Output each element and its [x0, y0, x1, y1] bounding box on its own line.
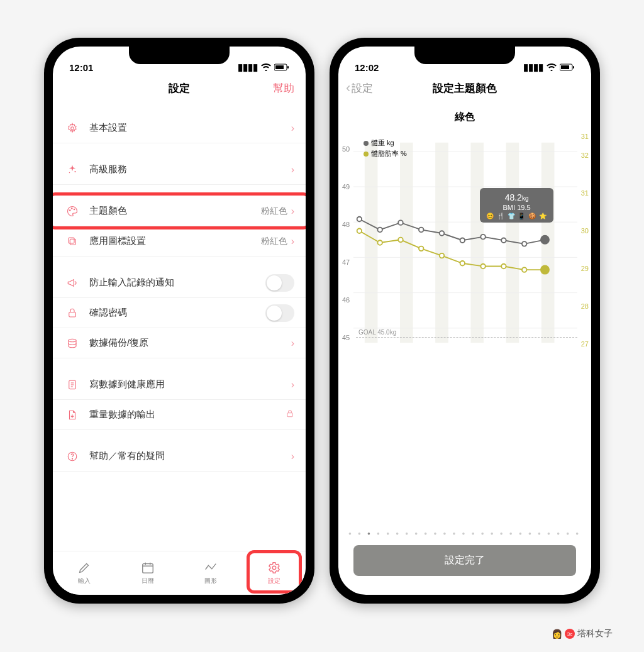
row-premium[interactable]: 高級服務 › [53, 155, 306, 185]
back-button[interactable]: ‹ 設定 [346, 80, 373, 96]
page-title: 設定主題顏色 [433, 81, 497, 96]
row-label: 數據備份/復原 [89, 337, 291, 349]
screen-left: 12:01 ▮▮▮▮ 設定 幫助 基本設置 › [53, 47, 306, 595]
y-right-29: 29 [581, 265, 589, 272]
database-icon [64, 338, 80, 349]
tab-label: 圖形 [204, 577, 217, 585]
svg-point-47 [501, 238, 506, 243]
status-icons: ▮▮▮▮ [523, 62, 575, 73]
svg-point-45 [460, 238, 465, 243]
row-label: 防止輸入記錄的通知 [89, 277, 265, 289]
y-left-48: 48 [342, 221, 350, 228]
row-weight-export[interactable]: 重量數據的輸出 [53, 400, 306, 430]
export-icon [64, 409, 80, 421]
chevron-right-icon: › [291, 164, 294, 175]
y-left-50: 50 [342, 145, 350, 153]
y-right-28: 28 [581, 302, 589, 310]
status-time: 12:02 [355, 62, 379, 73]
badge-icon: 3c [565, 629, 575, 639]
tab-calendar[interactable]: 日曆 [116, 551, 180, 595]
svg-point-54 [440, 253, 444, 258]
row-notification[interactable]: 防止輸入記錄的通知 [53, 268, 306, 298]
svg-rect-9 [70, 239, 75, 245]
svg-rect-26 [561, 65, 569, 69]
svg-point-48 [522, 241, 526, 246]
gear-icon [64, 123, 80, 134]
svg-point-55 [460, 261, 465, 265]
wifi-icon [547, 62, 557, 73]
chevron-right-icon: › [291, 206, 294, 217]
status-bar: 12:01 ▮▮▮▮ [53, 47, 306, 74]
tab-settings[interactable]: 設定 [243, 551, 306, 595]
svg-point-24 [272, 566, 276, 570]
copy-icon [64, 236, 80, 247]
row-value: 粉紅色 [261, 236, 287, 247]
svg-point-50 [357, 229, 362, 233]
watermark-text: 塔科女子 [577, 628, 613, 639]
row-passcode[interactable]: 確認密碼 [53, 298, 306, 328]
document-icon [64, 379, 80, 390]
y-left-47: 47 [342, 258, 350, 266]
goal-label: GOAL 45.0kg [358, 329, 396, 336]
svg-rect-2 [287, 66, 289, 69]
row-label: 確認密碼 [89, 307, 265, 319]
theme-pager-dots[interactable]: ● ● ● ● ● ● ● ● ● ● ● ● ● ● ● ● ● ● ● ● … [338, 512, 591, 545]
phone-left: 12:01 ▮▮▮▮ 設定 幫助 基本設置 › [44, 38, 314, 604]
row-theme-color[interactable]: 主題顏色 粉紅色 › [53, 196, 306, 226]
chart-legend: 體重 kg 體脂肪率 % [364, 138, 407, 158]
graph-icon [204, 561, 218, 575]
svg-rect-27 [573, 66, 574, 69]
svg-point-46 [480, 235, 485, 239]
chart-tooltip: 48.2kg BMI 19.5 😊 🍴 👕 📱 🍪 ⭐ [480, 188, 553, 223]
svg-point-42 [398, 220, 402, 224]
row-basic-settings[interactable]: 基本設置 › [53, 113, 306, 143]
row-label: 寫數據到健康應用 [89, 378, 291, 390]
signal-icon: ▮▮▮▮ [238, 62, 258, 73]
svg-point-44 [440, 231, 444, 235]
svg-point-7 [72, 207, 73, 209]
settings-list: 基本設置 › 高級服務 › 主題顏色 粉紅色 › [53, 102, 306, 551]
chevron-right-icon: › [291, 236, 294, 247]
palette-icon [64, 206, 80, 217]
row-health-export[interactable]: 寫數據到健康應用 › [53, 370, 306, 400]
row-label: 應用圖標設置 [89, 235, 261, 247]
svg-point-57 [501, 264, 506, 268]
help-button[interactable]: 幫助 [273, 81, 294, 96]
status-bar: 12:02 ▮▮▮▮ [338, 47, 591, 74]
lock-icon [286, 409, 294, 421]
chart-svg [353, 139, 577, 346]
chevron-right-icon: › [291, 338, 294, 349]
svg-point-3 [71, 126, 74, 130]
toggle-notification[interactable] [265, 274, 294, 292]
svg-point-12 [69, 339, 76, 342]
toggle-passcode[interactable] [265, 304, 294, 322]
row-value: 粉紅色 [261, 206, 287, 217]
tab-label: 輸入 [78, 577, 91, 585]
gear-icon [267, 561, 281, 575]
pencil-icon [77, 561, 91, 575]
avatar-icon: 👩 [552, 629, 562, 639]
screen-right: 12:02 ▮▮▮▮ ‹ 設定 設定主題顏色 綠色 50 49 [338, 47, 591, 595]
y-left-45: 45 [342, 334, 350, 341]
tooltip-unit: kg [522, 195, 529, 202]
back-label: 設定 [352, 81, 373, 96]
tooltip-bmi: BMI 19.5 [486, 203, 547, 212]
y-left-46: 46 [342, 296, 350, 304]
status-time: 12:01 [69, 62, 93, 73]
goal-line: GOAL 45.0kg [356, 337, 577, 345]
done-button[interactable]: 設定完了 [353, 545, 576, 576]
row-backup[interactable]: 數據備份/復原 › [53, 328, 306, 358]
svg-point-43 [419, 228, 423, 232]
legend-fat: 體脂肪率 % [371, 150, 407, 157]
theme-preview-chart: 50 49 48 47 46 45 31 32 31 30 29 28 27 [338, 133, 591, 359]
row-faq[interactable]: 幫助／常有的疑問 › [53, 441, 306, 472]
tooltip-stamps: 😊 🍴 👕 📱 🍪 ⭐ [486, 212, 547, 220]
row-app-icon[interactable]: 應用圖標設置 粉紅色 › [53, 226, 306, 257]
svg-point-5 [69, 172, 70, 173]
lock-icon [64, 307, 80, 319]
tab-input[interactable]: 輸入 [53, 551, 116, 595]
theme-name: 綠色 [338, 102, 591, 130]
svg-point-40 [357, 217, 362, 221]
tab-graph[interactable]: 圖形 [179, 551, 243, 595]
tab-label: 設定 [268, 577, 280, 585]
